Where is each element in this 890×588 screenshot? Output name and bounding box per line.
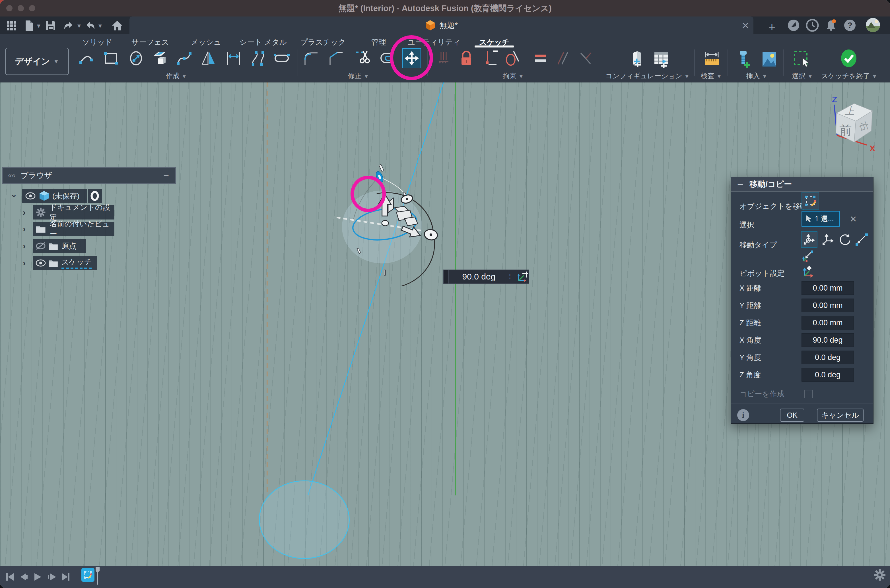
clear-selection-icon[interactable]: ✕ (848, 214, 858, 224)
tree-row-document[interactable]: (未保存) (22, 189, 87, 203)
more-options-dots-icon[interactable]: ⁞ (509, 273, 516, 280)
tree-chevron-icon[interactable]: › (23, 241, 26, 251)
inspect-group-label[interactable]: 検査 ▼ (689, 72, 734, 80)
create-group-label[interactable]: 作成 ▼ (153, 72, 199, 80)
measure-tool-button[interactable] (703, 50, 721, 68)
visibility-off-eye-icon[interactable] (35, 242, 46, 250)
move-type-rotate-button[interactable] (837, 231, 853, 248)
tab-manage[interactable]: 管理 (360, 36, 397, 48)
tree-chevron-icon[interactable]: › (23, 258, 26, 268)
configuration-group-label[interactable]: コンフィギュレーション ▼ (605, 72, 690, 80)
bottom-sketch-circle[interactable] (259, 481, 349, 558)
pivot-set-button[interactable] (801, 263, 816, 278)
timeline-settings-gear-icon[interactable] (873, 568, 886, 581)
move-type-point-to-position-button[interactable] (801, 249, 815, 263)
visibility-eye-icon[interactable] (35, 259, 46, 267)
horizontal-vertical-constraint-button[interactable] (482, 50, 498, 66)
drag-grip-icon[interactable] (443, 270, 449, 284)
timeline-go-to-end-button[interactable] (60, 572, 71, 582)
tangent-constraint-button[interactable] (504, 50, 520, 66)
modify-group-label[interactable]: 修正 ▼ (336, 72, 381, 80)
fillet-tool-button[interactable] (303, 50, 319, 66)
move-object-type-button[interactable] (801, 192, 819, 210)
move-type-translate-button[interactable] (820, 231, 836, 248)
field-input-y-angle[interactable]: 0.0 deg (801, 351, 854, 364)
fix-constraint-button[interactable] (435, 50, 452, 66)
job-status-clock-icon[interactable] (806, 19, 819, 32)
timeline-go-to-start-button[interactable] (5, 572, 15, 582)
record-history-button[interactable] (88, 189, 102, 203)
undo-icon[interactable] (63, 20, 75, 31)
tab-solid[interactable]: ソリッド (75, 36, 120, 48)
angle-input-box[interactable]: 90.0 deg ⁞ (443, 270, 529, 284)
dialog-titlebar[interactable]: − 移動/コピー (731, 177, 873, 192)
collapse-dialog-icon[interactable]: − (737, 178, 743, 190)
select-tool-button[interactable] (793, 50, 811, 68)
tree-chevron-icon[interactable]: › (23, 224, 26, 234)
field-input-z-distance[interactable]: 0.00 mm (801, 316, 854, 330)
cancel-button[interactable]: キャンセル (817, 409, 863, 422)
insert-group-label[interactable]: 挿入 ▼ (734, 72, 780, 80)
tree-chevron-icon[interactable]: › (23, 208, 26, 217)
field-input-z-angle[interactable]: 0.0 deg (801, 368, 854, 382)
user-avatar[interactable] (866, 18, 880, 32)
undo-caret-icon[interactable]: ▼ (76, 23, 82, 29)
tree-row-origin[interactable]: 原点 (33, 239, 86, 253)
configuration-table-button[interactable] (652, 50, 671, 68)
tab-plastic[interactable]: プラスチック (293, 36, 353, 48)
file-menu-caret-icon[interactable]: ▼ (36, 23, 42, 29)
save-icon[interactable] (45, 20, 56, 31)
file-menu-icon[interactable] (23, 20, 35, 31)
collapse-panel-icon[interactable]: «« (8, 171, 16, 179)
extend-tool-button[interactable] (328, 50, 344, 66)
workspace-selector[interactable]: デザイン ▼ (5, 48, 69, 75)
finish-sketch-group-label[interactable]: スケッチを終了 ▼ (816, 72, 882, 80)
equal-constraint-button[interactable] (532, 50, 549, 66)
timeline-sketch-feature[interactable] (81, 568, 95, 582)
tab-mesh[interactable]: メッシュ (180, 36, 232, 48)
field-input-x-distance[interactable]: 0.00 mm (801, 281, 854, 295)
trim-tool-button[interactable] (355, 50, 371, 66)
create-copy-checkbox[interactable] (804, 390, 813, 398)
configure-feature-button[interactable] (628, 50, 646, 68)
insert-canvas-image-button[interactable] (760, 50, 779, 68)
info-icon[interactable]: i (737, 409, 749, 421)
constraints-group-label[interactable]: 拘束 ▼ (490, 72, 536, 80)
project-include-button[interactable] (152, 50, 168, 66)
close-tab-icon[interactable]: ✕ (740, 20, 751, 31)
tree-row-sketch[interactable]: スケッチ (33, 256, 97, 270)
timeline-step-back-button[interactable] (18, 572, 29, 582)
tab-surface[interactable]: サーフェス (125, 36, 176, 48)
tree-chevron-expanded-icon[interactable]: › (10, 195, 20, 197)
tab-sheet-metal[interactable]: シート メタル (233, 36, 293, 48)
move-center-handle[interactable] (382, 220, 389, 226)
timeline-step-forward-button[interactable] (47, 572, 57, 582)
insert-fastener-button[interactable] (735, 50, 753, 68)
lock-constraint-button[interactable] (458, 50, 475, 66)
notifications-bell-icon[interactable] (825, 19, 837, 32)
visibility-eye-icon[interactable] (25, 192, 36, 200)
timeline-position-marker[interactable] (96, 567, 99, 585)
field-input-y-distance[interactable]: 0.00 mm (801, 298, 854, 312)
tree-row-document-settings[interactable]: ドキュメントの設定 (33, 205, 114, 219)
document-tab[interactable]: 無題* (129, 16, 753, 34)
extensions-icon[interactable] (787, 19, 800, 32)
app-launcher-icon[interactable] (6, 20, 17, 31)
sketch-slot-tool-button[interactable] (274, 50, 290, 66)
sketch-mirror-tool-button[interactable] (201, 50, 217, 66)
field-input-x-angle[interactable]: 90.0 deg (801, 333, 854, 347)
tree-row-named-views[interactable]: 名前の付いたビュー (33, 222, 114, 236)
new-tab-icon[interactable]: + (765, 21, 779, 33)
sketch-dimension-tool-button[interactable] (226, 50, 242, 66)
angle-input-value[interactable]: 90.0 deg (449, 272, 509, 282)
move-type-point-to-point-button[interactable] (853, 231, 870, 248)
move-type-free-move-button[interactable] (801, 231, 818, 248)
ok-button[interactable]: OK (780, 409, 804, 422)
sketch-circle-tool-button[interactable] (128, 50, 144, 66)
cyan-construction-line[interactable] (308, 82, 443, 495)
help-icon[interactable]: ? (843, 19, 857, 32)
view-cube[interactable]: Z X 上 前 右 (819, 93, 890, 164)
selection-chip-button[interactable]: 1 選... (801, 211, 840, 226)
redo-caret-icon[interactable]: ▼ (97, 23, 103, 29)
sketch-line-tool-button[interactable] (78, 50, 95, 66)
